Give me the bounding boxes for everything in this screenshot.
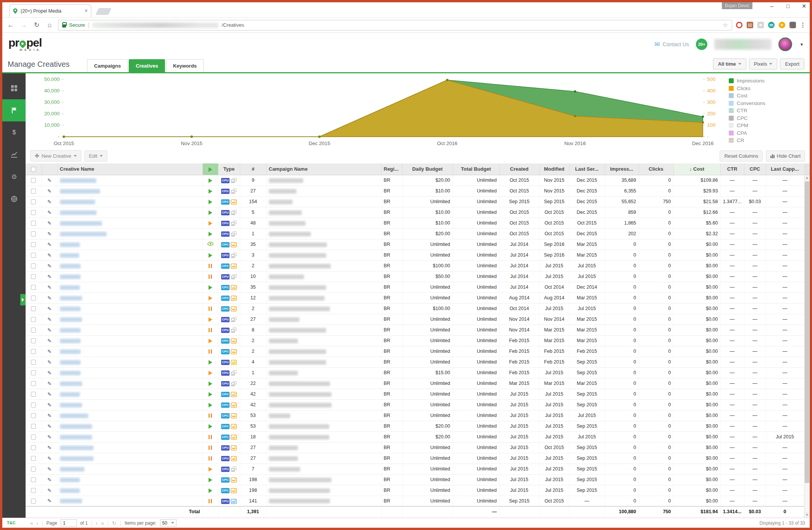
sidebar-item-reports[interactable] (2, 144, 26, 166)
campaign-name-redacted[interactable] (269, 317, 299, 322)
row-checkbox[interactable] (31, 424, 36, 429)
creative-name-redacted[interactable] (60, 414, 88, 418)
sidebar-item-billing[interactable]: $ (2, 121, 26, 144)
refresh-icon[interactable]: ↻ (112, 520, 116, 526)
legend-item-clicks[interactable]: Clicks (729, 85, 808, 92)
edit-pencil-icon[interactable]: ✎ (47, 317, 52, 322)
export-button[interactable]: Export (780, 58, 804, 69)
status-pending-icon[interactable] (209, 296, 212, 301)
avatar[interactable] (778, 37, 792, 51)
campaign-name-redacted[interactable] (269, 200, 293, 204)
scroll-down-icon[interactable]: ▼ (804, 512, 810, 518)
creative-name-redacted[interactable] (60, 275, 81, 279)
campaign-name-redacted[interactable] (269, 242, 327, 247)
status-paused-icon[interactable] (209, 349, 212, 354)
terms-link[interactable]: T&C (7, 520, 16, 525)
creative-name-redacted[interactable] (60, 328, 81, 333)
edit-pencil-icon[interactable]: ✎ (47, 445, 52, 451)
home-icon[interactable]: ⌂ (45, 21, 54, 29)
legend-item-cpa[interactable]: CPA (729, 129, 808, 137)
status-running-icon[interactable] (209, 381, 212, 386)
row-checkbox[interactable] (31, 370, 36, 375)
col-ctr[interactable]: CTR (720, 163, 744, 175)
edit-pencil-icon[interactable]: ✎ (47, 488, 52, 493)
campaign-name-redacted[interactable] (269, 456, 298, 461)
campaign-name-redacted[interactable] (269, 499, 330, 503)
scroll-up-icon[interactable]: ▲ (804, 175, 810, 181)
campaign-name-redacted[interactable] (269, 232, 311, 236)
sidebar-item-support[interactable] (2, 188, 26, 210)
creative-name-redacted[interactable] (60, 360, 81, 365)
status-running-icon[interactable] (209, 178, 212, 183)
campaign-name-redacted[interactable] (269, 392, 332, 397)
items-per-page-select[interactable]: 50 (160, 519, 176, 527)
col-clicks[interactable]: Clicks (639, 163, 673, 175)
campaign-name-redacted[interactable] (269, 467, 300, 472)
creative-name-redacted[interactable] (60, 210, 97, 215)
select-all-checkbox[interactable] (31, 167, 36, 172)
row-checkbox[interactable] (31, 296, 36, 301)
browser-tab[interactable]: (20+) Propel Media ✕ (9, 4, 91, 17)
creative-name-redacted[interactable] (60, 307, 81, 311)
edit-pencil-icon[interactable]: ✎ (47, 231, 52, 237)
edit-pencil-icon[interactable]: ✎ (47, 295, 52, 301)
row-checkbox[interactable] (31, 456, 36, 461)
status-running-icon[interactable] (209, 285, 212, 290)
sidebar-item-creatives-flag[interactable] (2, 99, 26, 121)
campaign-name-redacted[interactable] (269, 285, 326, 290)
campaign-name-redacted[interactable] (269, 210, 302, 215)
col-last-capp[interactable]: Last Capp... (766, 163, 804, 175)
close-button[interactable]: ✕ (801, 3, 807, 9)
campaign-name-redacted[interactable] (269, 221, 306, 226)
forward-icon[interactable]: → (19, 21, 28, 29)
row-checkbox[interactable] (31, 317, 36, 322)
row-checkbox[interactable] (31, 349, 36, 354)
row-checkbox[interactable] (31, 477, 36, 482)
edit-pencil-icon[interactable]: ✎ (47, 188, 52, 194)
scrollbar-thumb[interactable] (805, 181, 809, 483)
status-paused-icon[interactable] (209, 414, 212, 418)
creative-name-redacted[interactable] (60, 296, 82, 301)
last-page-icon[interactable]: » (101, 520, 104, 526)
row-checkbox[interactable] (31, 488, 36, 493)
creative-name-redacted[interactable] (60, 446, 94, 450)
back-icon[interactable]: ← (6, 21, 15, 29)
m-icon[interactable]: m (768, 22, 775, 28)
col-impressions[interactable]: Impress... (605, 163, 639, 175)
address-bar[interactable]: Secure | /Creatives ☆ (58, 20, 732, 31)
campaign-name-redacted[interactable] (269, 360, 326, 365)
col-modified[interactable]: Modified (539, 163, 569, 175)
reset-columns-button[interactable]: Reset Columns (720, 150, 763, 162)
status-paused-icon[interactable] (209, 435, 212, 439)
contact-us-link[interactable]: ✉ Contact Us (655, 40, 689, 48)
status-running-icon[interactable] (209, 478, 212, 482)
status-pending-icon[interactable] (209, 317, 212, 322)
row-checkbox[interactable] (31, 499, 36, 504)
status-pending-icon[interactable] (209, 371, 212, 375)
creative-name-redacted[interactable] (60, 403, 82, 407)
campaign-name-redacted[interactable] (269, 488, 330, 493)
campaign-name-redacted[interactable] (269, 424, 329, 429)
edit-pencil-icon[interactable]: ✎ (47, 327, 52, 333)
campaign-name-redacted[interactable] (269, 446, 298, 450)
status-paused-icon[interactable] (209, 275, 212, 279)
creative-name-redacted[interactable] (60, 264, 81, 268)
edit-pencil-icon[interactable]: ✎ (47, 370, 52, 376)
edit-pencil-icon[interactable]: ✎ (47, 498, 52, 504)
propel-media-logo[interactable]: prpel M E D I A. (8, 37, 42, 52)
legend-item-conversions[interactable]: Conversions (729, 100, 808, 107)
edit-pencil-icon[interactable]: ✎ (47, 306, 52, 312)
edit-pencil-icon[interactable]: ✎ (47, 466, 52, 472)
time-range-button[interactable]: All time (713, 58, 746, 69)
row-checkbox[interactable] (31, 274, 36, 279)
legend-item-cost[interactable]: Cost (729, 92, 808, 100)
status-pending-icon[interactable] (209, 221, 212, 226)
status-paused-icon[interactable] (209, 264, 212, 268)
row-checkbox[interactable] (31, 253, 36, 258)
creative-name-redacted[interactable] (60, 339, 81, 343)
first-page-icon[interactable]: « (30, 520, 33, 526)
status-paused-icon[interactable] (209, 446, 212, 450)
status-paused-icon[interactable] (209, 328, 212, 332)
creative-name-redacted[interactable] (60, 349, 81, 354)
status-running-icon[interactable] (209, 189, 212, 194)
